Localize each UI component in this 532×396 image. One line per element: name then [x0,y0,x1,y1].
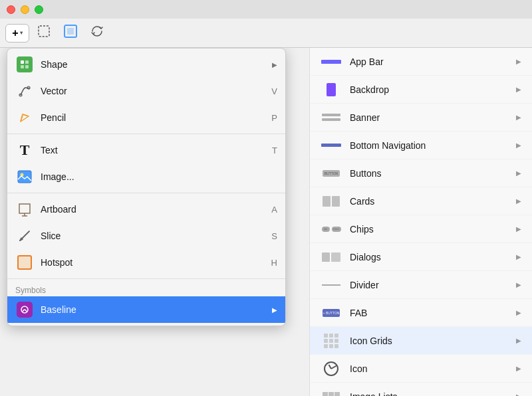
sync-icon [90,24,104,42]
cards-icon [321,195,342,208]
artboard-icon [15,200,34,219]
icon-grids-label: Icon Grids [350,336,516,346]
svg-rect-0 [39,26,49,37]
toolbar: + ▾ [0,19,532,48]
menu-item-text[interactable]: T Text T [7,137,285,163]
menu-section-content: T Text T Image... [7,134,285,193]
image-lists-icon [321,390,342,397]
chips-label: Chips [350,224,516,235]
divider-chevron: ▶ [516,281,521,288]
left-panel: Shape ▶ Vector V [0,48,309,396]
image-icon [15,167,34,186]
image-lists-label: Image Lists [350,391,516,397]
shape-icon [15,55,34,74]
hotspot-icon [15,253,34,272]
backdrop-label: Backdrop [350,84,516,95]
list-item-icon[interactable]: Icon ▶ [310,355,532,383]
list-item-dialogs[interactable]: Dialogs ▶ [310,243,532,271]
frame-icon [63,24,78,42]
main-content: Shape ▶ Vector V [0,48,532,396]
image-label: Image... [41,171,277,182]
insert-dropdown-menu: Shape ▶ Vector V [7,48,286,326]
app-bar-label: App Bar [350,56,516,67]
vector-shortcut: V [271,86,277,96]
banner-label: Banner [350,112,516,123]
pencil-label: Pencil [41,112,271,123]
menu-item-baseline[interactable]: Baseline ▶ [7,296,285,323]
pencil-shortcut: P [271,113,277,123]
backdrop-icon [321,83,342,96]
chips-icon: tab label [321,223,342,236]
app-bar-chevron: ▶ [516,58,521,65]
vector-icon [15,82,34,100]
menu-section-symbols: Symbols Baseline ▶ [7,278,285,326]
frame-tool-button[interactable] [59,23,82,44]
minimize-button[interactable] [21,5,29,14]
list-item-icon-grids[interactable]: Icon Grids ▶ [310,327,532,355]
menu-section-structure: Artboard A Slice S [7,193,285,278]
slice-label: Slice [41,231,271,241]
fab-label: FAB [350,308,516,318]
slice-shortcut: S [271,231,277,241]
cards-label: Cards [350,196,516,207]
hotspot-shortcut: H [271,258,277,268]
list-item-buttons[interactable]: BUTTON Buttons ▶ [310,159,532,187]
shape-label: Shape [41,59,269,70]
menu-item-artboard[interactable]: Artboard A [7,196,285,223]
icon-icon [321,362,342,375]
select-tool-button[interactable] [32,23,56,44]
cards-chevron: ▶ [516,197,521,205]
list-item-app-bar[interactable]: App Bar ▶ [310,48,532,76]
list-item-divider[interactable]: Divider ▶ [310,271,532,299]
add-button[interactable]: + ▾ [5,24,29,43]
shape-arrow: ▶ [272,61,277,68]
maximize-button[interactable] [35,5,43,14]
list-item-banner[interactable]: Banner ▶ [310,104,532,132]
backdrop-chevron: ▶ [516,86,521,93]
list-item-bottom-navigation[interactable]: Bottom Navigation ▶ [310,132,532,159]
baseline-arrow: ▶ [272,306,277,314]
symbols-section-label: Symbols [7,282,285,296]
menu-item-image[interactable]: Image... [7,163,285,190]
icon-label: Icon [350,363,516,374]
bottom-nav-icon [321,139,342,152]
icon-grids-icon [321,334,342,347]
banner-icon [321,111,342,124]
baseline-icon [15,300,34,319]
menu-section-draw: Shape ▶ Vector V [7,49,285,134]
buttons-label: Buttons [350,168,516,179]
text-label: Text [41,145,272,155]
sync-tool-button[interactable] [85,23,109,44]
list-item-image-lists[interactable]: Image Lists ▶ [310,383,532,396]
dialogs-chevron: ▶ [516,253,521,260]
svg-line-16 [20,231,29,241]
list-item-chips[interactable]: tab label Chips ▶ [310,215,532,243]
list-item-fab[interactable]: + BUTTON FAB ▶ [310,299,532,327]
icon-grids-chevron: ▶ [516,337,521,344]
buttons-icon: BUTTON [321,167,342,180]
chips-chevron: ▶ [516,225,521,233]
divider-label: Divider [350,280,516,290]
add-caret-icon: ▾ [20,30,23,36]
menu-item-hotspot[interactable]: Hotspot H [7,249,285,276]
svg-rect-2 [67,28,74,35]
list-item-backdrop[interactable]: Backdrop ▶ [310,76,532,104]
menu-item-shape[interactable]: Shape ▶ [7,51,285,78]
dialogs-label: Dialogs [350,252,516,262]
right-panel: App Bar ▶ Backdrop ▶ Banner ▶ [309,48,532,396]
bottom-nav-label: Bottom Navigation [350,140,516,151]
menu-item-pencil[interactable]: Pencil P [7,104,285,131]
list-item-cards[interactable]: Cards ▶ [310,187,532,215]
menu-item-vector[interactable]: Vector V [7,78,285,104]
svg-rect-3 [21,60,24,64]
menu-item-slice[interactable]: Slice S [7,223,285,249]
text-shortcut: T [272,146,277,155]
close-button[interactable] [7,5,15,14]
text-icon: T [15,141,34,159]
image-lists-chevron: ▶ [516,393,521,396]
divider-icon [321,278,342,292]
baseline-label: Baseline [41,304,269,315]
add-icon: + [12,27,18,39]
artboard-shortcut: A [271,205,277,215]
select-icon [37,24,51,42]
